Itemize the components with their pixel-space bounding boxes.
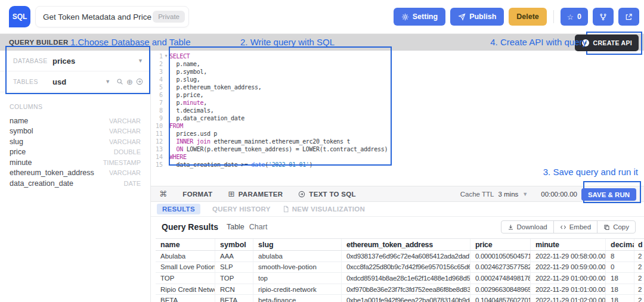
code-text: p.ethereum_token_address, — [169, 83, 261, 91]
cell: 18 — [606, 295, 634, 302]
column-type: VARCHAR — [109, 127, 141, 135]
tab-results[interactable]: RESULTS — [157, 204, 200, 214]
create-api-label: CREATE API — [593, 39, 632, 46]
code-text: p.symbol, — [169, 68, 207, 76]
tables-label: TABLES — [13, 78, 52, 85]
view-chart-toggle[interactable]: Chart — [249, 223, 268, 231]
tab-new-visualization[interactable]: NEW VISUALIZATION — [283, 206, 365, 213]
editor-line: 4 p.slug, — [151, 76, 644, 83]
results-table: namesymbolslugethereum_token_addresspric… — [156, 238, 644, 302]
embed-button[interactable]: Embed — [553, 221, 597, 233]
results-title: Query Results — [162, 222, 218, 232]
column-item[interactable]: slugVARCHAR — [0, 136, 150, 147]
cache-ttl-dropdown[interactable]: Cache TTL 3 mins ▼ — [460, 191, 528, 198]
editor-line: 6 p.price, — [151, 91, 644, 99]
column-item[interactable]: ethereum_token_addressVARCHAR — [0, 168, 150, 179]
fork-button[interactable] — [593, 8, 614, 26]
column-item[interactable]: minuteTIMESTAMP — [0, 157, 150, 168]
column-name: price — [10, 148, 114, 156]
parameter-button[interactable]: ⊞PARAMETER — [228, 189, 283, 198]
tables-select[interactable]: TABLES usd ▼ ⊕ — [0, 71, 150, 92]
refresh-circle-icon[interactable] — [136, 78, 143, 85]
table-row: AbulabaAAAabulaba0xd938137e6d96c72e4a608… — [156, 251, 644, 262]
query-title-input[interactable]: Get Token Metadata and Price Private — [35, 6, 189, 27]
cell: 2022-11-29 01:02:00.000 — [531, 295, 606, 302]
sql-logo: SQL — [9, 6, 30, 27]
delete-label: Delete — [516, 13, 539, 21]
code-text: data_creation_date >= date('2022-01-01') — [169, 161, 312, 169]
column-item[interactable]: data_creation_dateDATE — [0, 178, 150, 189]
line-number: 1 — [151, 52, 163, 60]
format-button[interactable]: FORMAT — [182, 191, 212, 198]
text-to-sql-button[interactable]: TEXT TO SQL — [298, 191, 355, 198]
parameter-icon: ⊞ — [228, 189, 234, 198]
table-row: BETABETAbeta-finance0xbe1a001fe942f96eea… — [156, 295, 644, 302]
add-circle-icon[interactable]: ⊕ — [126, 78, 133, 86]
table-row: TOPTOPtop0xdcd85914b8ae28c1e62f1c488e1d9… — [156, 273, 644, 284]
annotation-step4: 4. Create API with query — [490, 37, 587, 47]
copy-button[interactable]: Copy — [597, 221, 635, 233]
sql-editor[interactable]: 1▼SELECT2 p.name,3 p.symbol,4 p.slug,5 p… — [151, 51, 644, 186]
editor-line: 14WHERE — [151, 153, 644, 161]
text-to-sql-label: TEXT TO SQL — [309, 191, 355, 198]
cell: 0xbe1a001fe942f96eea22ba08783140b9dcc09d… — [342, 295, 470, 302]
setting-button[interactable]: Setting — [394, 8, 445, 26]
line-number: 12 — [151, 138, 163, 145]
download-label: Download — [517, 223, 547, 231]
publish-label: Publish — [469, 13, 496, 21]
database-select[interactable]: DATABASE prices ▼ — [0, 51, 150, 71]
cell: 0.0029663084896564 — [470, 284, 531, 295]
fold-icon — [163, 76, 169, 83]
share-button[interactable] — [618, 8, 639, 26]
delete-button[interactable]: Delete — [509, 8, 547, 26]
code-text: SELECT — [169, 52, 190, 60]
fold-icon — [163, 91, 169, 99]
line-number: 2 — [151, 60, 163, 68]
search-icon[interactable] — [116, 78, 123, 85]
fold-icon[interactable]: ▼ — [163, 52, 169, 60]
fork-icon — [599, 13, 607, 21]
tables-value: usd — [52, 77, 105, 86]
view-table-toggle[interactable]: Table — [227, 223, 244, 231]
publish-button[interactable]: Publish — [450, 8, 504, 26]
header-cell: d — [634, 239, 644, 250]
editor-line: 12 INNER join ethereum_mainnet.ethereum_… — [151, 138, 644, 145]
line-number: 6 — [151, 91, 163, 99]
annotation-step1: 1.Choose Database and Table — [70, 37, 191, 47]
line-number: 3 — [151, 68, 163, 76]
cell: Abulaba — [156, 251, 215, 261]
code-text: p.data_creation_date — [169, 114, 244, 122]
header-cell: symbol — [215, 239, 253, 250]
embed-label: Embed — [569, 223, 591, 231]
editor-line: 11 prices.usd p — [151, 130, 644, 138]
line-number: 4 — [151, 76, 163, 83]
column-name: name — [10, 117, 109, 125]
results-actions: Download Embed Copy — [501, 220, 636, 233]
cell: 0xdcd85914b8ae28c1e62f1c488e1d968d5aaffe… — [342, 273, 470, 284]
code-text: p.price, — [169, 91, 203, 99]
chevron-down-icon: ▼ — [138, 58, 143, 64]
save-run-button[interactable]: SAVE & RUN — [581, 188, 636, 201]
line-number: 8 — [151, 107, 163, 114]
column-name: ethereum_token_address — [10, 169, 109, 177]
column-type: VARCHAR — [109, 169, 141, 176]
star-icon: ☆ — [567, 13, 574, 21]
download-button[interactable]: Download — [501, 221, 553, 233]
header-cell: slug — [253, 239, 342, 250]
cell: 0.0024627357758291 — [470, 262, 531, 273]
column-item[interactable]: symbolVARCHAR — [0, 126, 150, 137]
query-title-text: Get Token Metadata and Price — [43, 13, 153, 21]
annotation-step2: 2. Write query with SQL — [240, 37, 335, 47]
line-number: 9 — [151, 114, 163, 122]
chevron-down-icon: ▼ — [105, 79, 110, 85]
top-bar: SQL Get Token Metadata and Price Private… — [0, 0, 644, 34]
database-label: DATABASE — [13, 57, 52, 64]
star-button[interactable]: ☆ 0 — [561, 8, 588, 26]
tab-query-history[interactable]: QUERY HISTORY — [212, 206, 271, 213]
cell: SLP — [215, 262, 253, 273]
column-item[interactable]: nameVARCHAR — [0, 116, 150, 126]
fold-icon — [163, 114, 169, 122]
tables-tools: ⊕ — [116, 78, 143, 86]
line-number: 5 — [151, 83, 163, 91]
column-item[interactable]: priceDOUBLE — [0, 147, 150, 158]
